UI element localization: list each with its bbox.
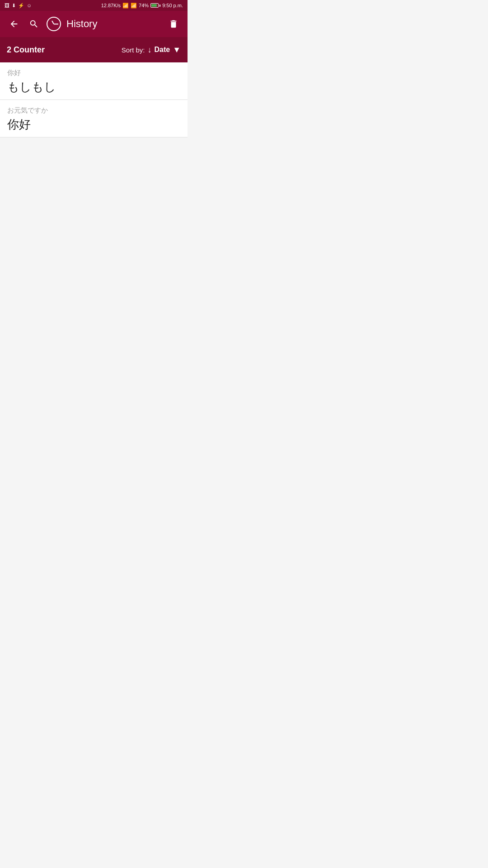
- sort-date-label: Date: [154, 46, 170, 54]
- page-title: History: [66, 18, 161, 30]
- history-clock-icon: [47, 17, 61, 31]
- counter-label: 2 Counter: [7, 45, 122, 55]
- status-left: 🖼 ⬇ ⚡ ☺: [5, 3, 32, 9]
- image-icon: 🖼: [5, 3, 9, 8]
- sort-dropdown-icon[interactable]: ▼: [173, 45, 181, 55]
- header: History: [0, 11, 188, 37]
- item-source-text: お元気ですか: [7, 106, 180, 115]
- search-button[interactable]: [27, 19, 41, 29]
- clock-time: 9:50 p.m.: [162, 3, 183, 8]
- list-item[interactable]: お元気ですか 你好: [0, 100, 188, 137]
- status-bar: 🖼 ⬇ ⚡ ☺ 12.87K/s 📶 📶 74% 9:50 p.m.: [0, 0, 188, 11]
- emoji-icon: ☺: [27, 3, 32, 8]
- usb-icon: ⚡: [18, 3, 24, 9]
- battery-percent: 74%: [139, 3, 149, 8]
- wifi-icon: 📶: [122, 3, 129, 9]
- download-icon: ⬇: [12, 3, 16, 9]
- signal-icon: 📶: [131, 3, 137, 9]
- back-button[interactable]: [7, 19, 21, 29]
- list-item[interactable]: 你好 もしもし: [0, 62, 188, 100]
- sort-section[interactable]: Sort by: ↓ Date ▼: [122, 45, 181, 55]
- delete-button[interactable]: [166, 19, 181, 29]
- network-speed: 12.87K/s: [101, 3, 121, 8]
- status-right: 12.87K/s 📶 📶 74% 9:50 p.m.: [101, 3, 183, 9]
- empty-area: [0, 137, 188, 454]
- sort-by-label: Sort by:: [122, 46, 145, 54]
- item-translation-text: 你好: [7, 117, 180, 132]
- counter-bar: 2 Counter Sort by: ↓ Date ▼: [0, 37, 188, 62]
- item-translation-text: もしもし: [7, 79, 180, 95]
- history-list: 你好 もしもし お元気ですか 你好: [0, 62, 188, 137]
- item-source-text: 你好: [7, 69, 180, 77]
- sort-direction-icon: ↓: [147, 45, 151, 55]
- battery-indicator: [150, 3, 160, 8]
